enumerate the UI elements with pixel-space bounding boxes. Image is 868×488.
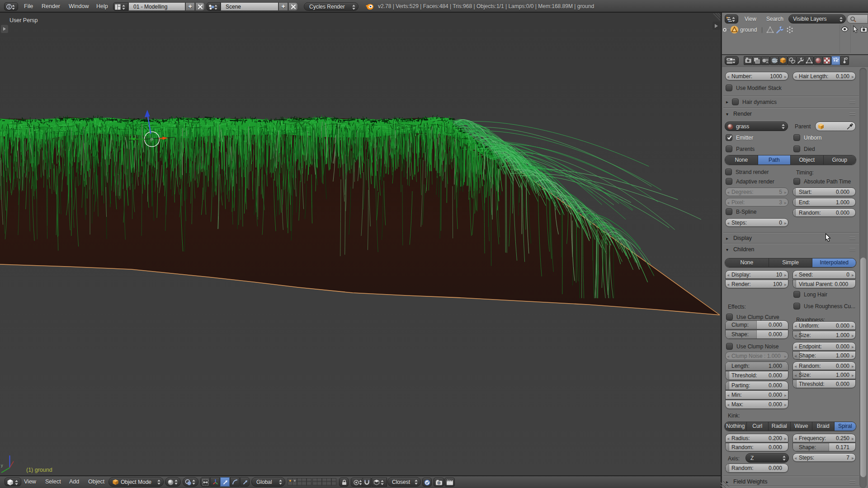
svg-text:y: y [1,463,3,468]
svg-text:(1) ground: (1) ground [26,467,52,473]
svg-text:User Persp: User Persp [9,17,38,23]
